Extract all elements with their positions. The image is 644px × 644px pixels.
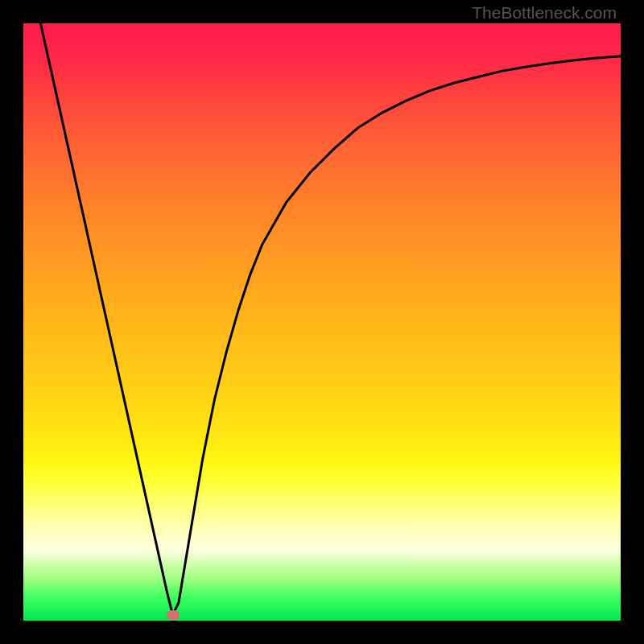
optimal-point-marker (167, 610, 180, 620)
watermark-label: TheBottleneck.com (472, 3, 617, 23)
bottleneck-curve (23, 23, 621, 621)
plot-area (23, 23, 621, 621)
